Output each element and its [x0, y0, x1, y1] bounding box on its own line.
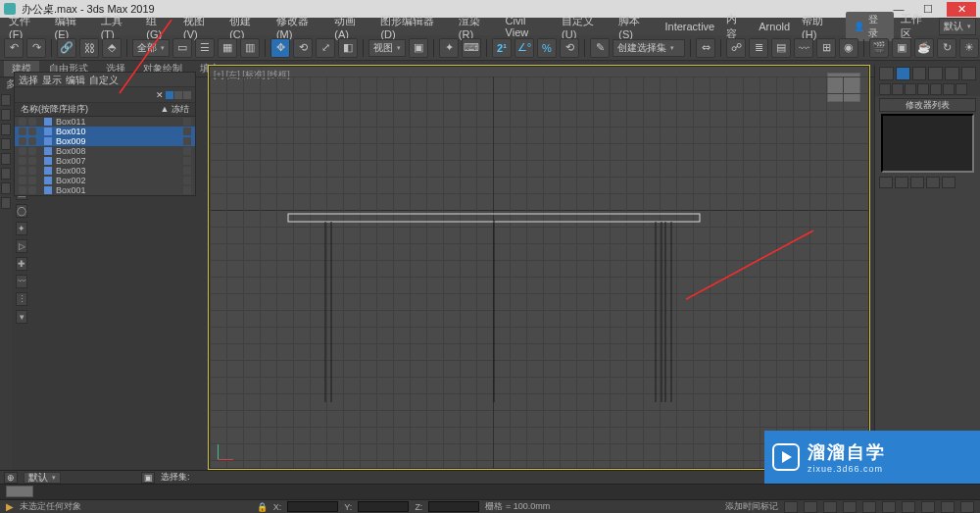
stack-config-icon[interactable] — [942, 177, 956, 188]
autokey-mode-dropdown[interactable]: 默认 — [24, 472, 61, 484]
undo-button[interactable]: ↶ — [4, 38, 24, 58]
filter-cameras-icon[interactable]: ▷ — [16, 239, 27, 253]
left-tool-7[interactable] — [1, 182, 11, 194]
timeline-sel-icon[interactable]: ▣ — [141, 472, 155, 484]
workspace-dropdown[interactable]: 默认 — [939, 18, 976, 35]
cmd-sub-1[interactable] — [879, 83, 891, 95]
filter-collapse-icon[interactable]: ▾ — [16, 310, 27, 324]
window-crossing-button[interactable]: ▥ — [240, 38, 260, 58]
mirror-button[interactable]: ⇔ — [696, 38, 715, 58]
menu-content[interactable]: 内容 — [721, 12, 752, 41]
render-iterative-button[interactable]: ↻ — [937, 38, 956, 58]
render-activeshade-button[interactable]: ☀ — [959, 38, 979, 58]
cmd-tab-motion[interactable] — [928, 67, 943, 80]
move-button[interactable]: ✥ — [270, 38, 290, 58]
cmd-tab-modify[interactable] — [896, 67, 910, 80]
freeze-icon[interactable] — [28, 128, 36, 135]
nav-zoomext-icon[interactable] — [921, 501, 935, 513]
visibility-icon[interactable] — [19, 157, 26, 165]
toggle-ribbon-button[interactable]: ▤ — [771, 38, 791, 58]
cmd-sub-3[interactable] — [905, 83, 916, 95]
left-tool-4[interactable] — [1, 138, 11, 150]
cmd-tab-create[interactable] — [879, 67, 894, 80]
material-editor-button[interactable]: ◉ — [839, 38, 858, 58]
keyboard-shortcut-button[interactable]: ⌨ — [462, 38, 481, 58]
timeline-tool-1[interactable]: ⊕ — [4, 472, 18, 484]
scene-row[interactable]: Box008 — [15, 146, 195, 156]
freeze-icon[interactable] — [28, 157, 36, 165]
filter-helpers-icon[interactable]: ✚ — [16, 257, 27, 271]
filter-space-icon[interactable]: 〰 — [16, 275, 27, 288]
nav-orbit-icon[interactable] — [941, 501, 955, 513]
scale-button[interactable]: ⤢ — [316, 38, 335, 58]
modifier-list-dropdown[interactable]: 修改器列表 — [879, 98, 976, 112]
named-sel-dropdown[interactable]: 创建选择集 — [612, 39, 685, 57]
manipulate-button[interactable]: ✦ — [439, 38, 459, 58]
time-slider[interactable] — [0, 484, 980, 499]
scene-view-icon-2[interactable] — [174, 91, 182, 99]
menu-file[interactable]: 文件(F) — [4, 14, 48, 40]
nav-goto-start-icon[interactable] — [784, 501, 798, 513]
select-name-button[interactable]: ☰ — [195, 38, 215, 58]
edit-named-sel-button[interactable]: ✎ — [590, 38, 610, 58]
visibility-icon[interactable] — [19, 167, 26, 175]
visibility-icon[interactable] — [19, 128, 26, 135]
scene-search-clear-icon[interactable]: ✕ — [156, 90, 164, 100]
frozen-cell[interactable] — [183, 118, 191, 126]
nav-play-icon[interactable] — [823, 501, 837, 513]
scene-row[interactable]: Box009 — [15, 136, 195, 146]
scene-menu-custom[interactable]: 自定义 — [89, 74, 119, 85]
scene-row[interactable]: Box011 — [15, 117, 195, 127]
coord-z-field[interactable] — [428, 501, 479, 512]
schematic-view-button[interactable]: ⊞ — [816, 38, 836, 58]
curve-editor-button[interactable]: 〰 — [794, 38, 813, 58]
menu-customize[interactable]: 自定义(U) — [557, 14, 612, 40]
nav-prev-frame-icon[interactable] — [804, 501, 817, 513]
frozen-cell[interactable] — [183, 177, 191, 184]
rendered-frame-button[interactable]: ▣ — [892, 38, 911, 58]
visibility-icon[interactable] — [19, 177, 26, 184]
playhead[interactable] — [6, 486, 33, 497]
cmd-tab-utilities[interactable] — [961, 67, 976, 80]
viewport-left[interactable]: [+] [左] [标准] [线框] — [208, 65, 870, 470]
scene-row[interactable]: Box007 — [15, 156, 195, 166]
cmd-sub-5[interactable] — [930, 83, 942, 95]
stack-show-icon[interactable] — [895, 177, 908, 188]
visibility-icon[interactable] — [19, 118, 26, 126]
snap-toggle-button[interactable]: 2¹ — [492, 38, 512, 58]
menu-modifiers[interactable]: 修改器(M) — [271, 14, 327, 40]
redo-button[interactable]: ↷ — [26, 38, 46, 58]
scene-row[interactable]: Box010 — [15, 127, 195, 136]
visibility-icon[interactable] — [19, 147, 26, 155]
menu-render[interactable]: 渲染(R) — [454, 14, 499, 40]
menu-edit[interactable]: 编辑(E) — [50, 14, 94, 40]
scene-row[interactable]: Box003 — [15, 166, 195, 176]
select-region-button[interactable]: ▦ — [218, 38, 237, 58]
frozen-cell[interactable] — [183, 186, 191, 194]
cmd-sub-7[interactable] — [956, 83, 967, 95]
ref-coord-dropdown[interactable]: 视图 — [368, 39, 406, 57]
placement-button[interactable]: ◧ — [338, 38, 358, 58]
cmd-sub-4[interactable] — [917, 83, 929, 95]
scene-menu-display[interactable]: 显示 — [42, 74, 62, 85]
cmd-sub-6[interactable] — [943, 83, 955, 95]
use-pivot-button[interactable]: ▣ — [409, 38, 428, 58]
frozen-cell[interactable] — [183, 157, 191, 165]
select-object-button[interactable]: ▭ — [172, 38, 192, 58]
coord-x-field[interactable] — [287, 501, 338, 512]
frozen-cell[interactable] — [183, 128, 191, 135]
time-tag-label[interactable]: 添加时间标记 — [725, 500, 778, 513]
layer-explorer-button[interactable]: ≣ — [749, 38, 768, 58]
nav-pan-icon[interactable] — [882, 501, 896, 513]
login-button[interactable]: 👤登录 — [846, 12, 895, 41]
left-tool-2[interactable] — [1, 109, 11, 121]
menu-script[interactable]: 脚本(S) — [613, 14, 658, 40]
frozen-cell[interactable] — [183, 147, 191, 155]
nav-maximize-icon[interactable] — [960, 501, 974, 513]
left-tool-5[interactable] — [1, 153, 11, 165]
scene-view-icon-3[interactable] — [183, 91, 191, 99]
freeze-icon[interactable] — [28, 147, 36, 155]
scene-row[interactable]: Box001 — [15, 185, 195, 195]
scene-col-frozen[interactable]: ▲ 冻结 — [161, 103, 189, 116]
scene-menu-select[interactable]: 选择 — [19, 74, 38, 85]
